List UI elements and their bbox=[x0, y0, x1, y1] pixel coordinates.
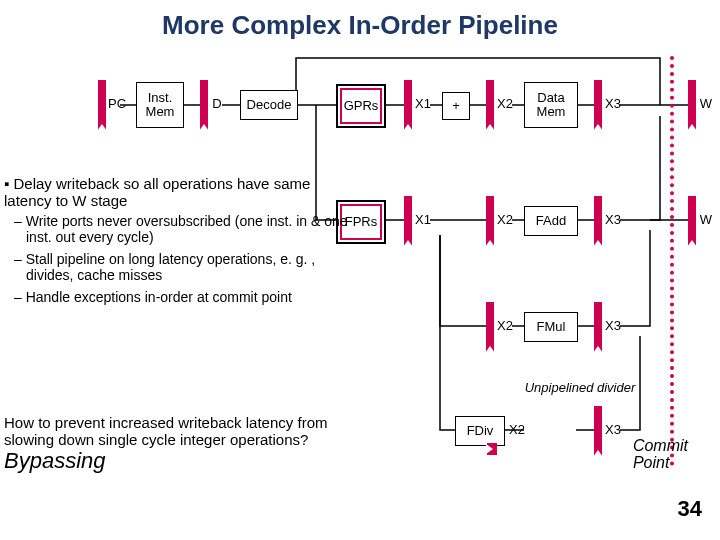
reg-d bbox=[200, 80, 208, 130]
reg-x3d bbox=[594, 406, 602, 456]
reg-x3b bbox=[594, 196, 602, 246]
stage-x3a: X3 bbox=[602, 92, 624, 116]
bullet-item: Write ports never oversubscribed (one in… bbox=[26, 213, 349, 245]
reg-pc bbox=[98, 80, 106, 130]
stage-x3c: X3 bbox=[602, 314, 624, 338]
reg-wa bbox=[688, 80, 696, 130]
commit-label: Commit Point bbox=[633, 437, 688, 472]
stage-pc: PC bbox=[106, 92, 128, 116]
stage-d: D bbox=[208, 92, 226, 116]
stage-fdiv: FDiv bbox=[455, 416, 505, 446]
page-number: 34 bbox=[678, 496, 702, 522]
reg-fdiv bbox=[487, 443, 497, 455]
slide: More Complex In-Order Pipeline bbox=[0, 0, 720, 540]
stage-imem: Inst. Mem bbox=[136, 82, 184, 128]
stage-x2d: X2 bbox=[506, 418, 528, 442]
stage-fmul: FMul bbox=[524, 312, 578, 342]
stage-wb: W bbox=[696, 208, 716, 232]
reg-x3a bbox=[594, 80, 602, 130]
stage-fadd: FAdd bbox=[524, 206, 578, 236]
stage-x3d: X3 bbox=[602, 418, 624, 442]
reg-x2a bbox=[486, 80, 494, 130]
stage-decode: Decode bbox=[240, 90, 298, 120]
reg-x2b bbox=[486, 196, 494, 246]
stage-x1a: X1 bbox=[412, 92, 434, 116]
stage-dmem: Data Mem bbox=[524, 82, 578, 128]
stage-x1b: X1 bbox=[412, 208, 434, 232]
reg-x1a bbox=[404, 80, 412, 130]
answer: Bypassing bbox=[4, 448, 106, 473]
stage-x2a: X2 bbox=[494, 92, 516, 116]
stage-wa: W bbox=[696, 92, 716, 116]
stage-x3b: X3 bbox=[602, 208, 624, 232]
label-unpipelined: Unpipelined divider bbox=[520, 370, 640, 406]
question: How to prevent increased writeback laten… bbox=[4, 414, 344, 474]
stage-gprs: GPRs bbox=[336, 84, 386, 128]
bullets: ▪ Delay writeback so all operations have… bbox=[4, 175, 349, 311]
bullet-item: Stall pipeline on long latency operation… bbox=[26, 251, 349, 283]
commit-point-line bbox=[670, 56, 674, 466]
stage-x2c: X2 bbox=[494, 314, 516, 338]
bullet-head: ▪ Delay writeback so all operations have… bbox=[4, 175, 349, 209]
reg-wb bbox=[688, 196, 696, 246]
reg-x1b bbox=[404, 196, 412, 246]
stage-x2b: X2 bbox=[494, 208, 516, 232]
reg-x3c bbox=[594, 302, 602, 352]
bullet-item: Handle exceptions in-order at commit poi… bbox=[26, 289, 349, 305]
bullet-head-text: Delay writeback so all operations have s… bbox=[4, 175, 310, 209]
slide-title: More Complex In-Order Pipeline bbox=[0, 10, 720, 41]
question-text: How to prevent increased writeback laten… bbox=[4, 414, 327, 448]
reg-x2c bbox=[486, 302, 494, 352]
stage-plus: + bbox=[442, 92, 470, 120]
